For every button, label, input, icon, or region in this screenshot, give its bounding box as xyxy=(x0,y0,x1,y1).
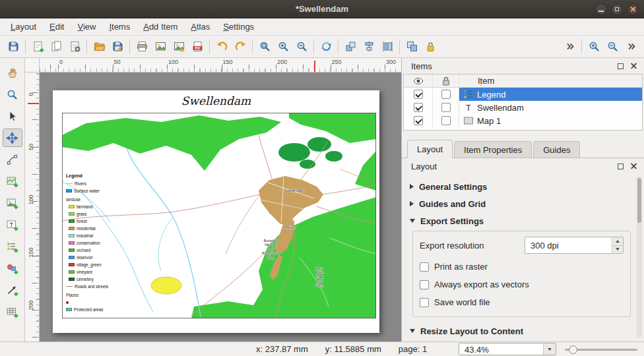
add-attribute-table-tool[interactable] xyxy=(3,303,22,321)
legend-entry: Surface water xyxy=(66,187,129,194)
menu-add-item[interactable]: Add Item xyxy=(137,20,184,34)
edit-nodes-item-tool[interactable] xyxy=(3,150,22,169)
print-layout-button[interactable] xyxy=(133,38,151,56)
spin-up-button[interactable] xyxy=(612,237,623,245)
visibility-checkbox[interactable] xyxy=(414,90,423,99)
item-row-swellendam[interactable]: TSwellendam xyxy=(404,101,642,114)
checkbox[interactable] xyxy=(420,262,429,272)
title-bar[interactable]: *Swellendam xyxy=(0,0,644,18)
layout-manager-button[interactable] xyxy=(65,38,84,56)
add-label-tool[interactable]: T xyxy=(3,216,22,234)
redo-button[interactable] xyxy=(231,38,249,56)
refresh-view-button[interactable] xyxy=(317,38,335,56)
add-picture-tool[interactable] xyxy=(3,194,22,212)
group-export-settings[interactable]: Export Settings xyxy=(410,212,632,229)
visibility-checkbox[interactable] xyxy=(414,103,423,112)
legend-swatch xyxy=(69,278,75,281)
lock-selected-items-button[interactable] xyxy=(421,38,439,56)
menu-view[interactable]: View xyxy=(71,20,102,34)
spin-down-button[interactable] xyxy=(612,245,623,254)
add-shape-tool[interactable] xyxy=(3,259,22,278)
visibility-checkbox[interactable] xyxy=(414,116,423,125)
menu-items[interactable]: Items xyxy=(102,20,137,34)
zoom-out-button[interactable] xyxy=(292,38,311,56)
close-panel-button[interactable] xyxy=(629,61,639,71)
export-as-svg-button[interactable] xyxy=(170,38,188,56)
legend-item[interactable]: Legend RiversSurface waterlandusefarmlan… xyxy=(66,173,129,313)
zoom-slider[interactable] xyxy=(565,342,637,356)
spin-buttons xyxy=(612,237,623,253)
close-button[interactable] xyxy=(627,3,639,15)
highlight-ellipse-item[interactable] xyxy=(151,277,181,294)
items-tree[interactable]: Item LegendTSwellendamMap 1 xyxy=(403,74,643,131)
lock-checkbox[interactable] xyxy=(441,90,451,99)
menu-layout[interactable]: Layout xyxy=(4,20,43,34)
zoom-toolbar-overflow-button[interactable] xyxy=(622,38,640,56)
checkbox[interactable] xyxy=(420,280,429,289)
move-content-icon xyxy=(6,132,18,144)
zoom-layout-tool[interactable] xyxy=(3,85,22,104)
new-layout-button[interactable] xyxy=(28,38,47,56)
panel-scrollbar-thumb[interactable] xyxy=(637,178,641,223)
align-selected-items-button[interactable] xyxy=(360,38,378,56)
map-title-label-item[interactable]: Swellendam xyxy=(53,94,379,107)
toolbar-overflow-button[interactable] xyxy=(560,38,579,56)
distribute-selected-items-button[interactable] xyxy=(378,38,397,56)
pan-layout-tool[interactable] xyxy=(3,63,22,82)
save-project-button[interactable] xyxy=(4,38,22,56)
float-panel-button[interactable] xyxy=(616,162,626,171)
minimize-button[interactable] xyxy=(595,3,607,15)
ruler-number: 150 xyxy=(223,59,233,65)
item-name-cell: Map 1 xyxy=(459,114,642,127)
legend-entry: landuse xyxy=(66,196,129,203)
select-move-item-tool[interactable] xyxy=(3,107,22,125)
add-legend-tool[interactable] xyxy=(3,237,22,256)
panel-scrollbar[interactable] xyxy=(637,177,642,338)
zoom-full-button[interactable] xyxy=(255,38,274,56)
checkbox[interactable] xyxy=(420,298,429,307)
menu-settings[interactable]: Settings xyxy=(216,20,261,34)
legend-entry-label: Protected areas xyxy=(74,307,103,312)
group-general-settings[interactable]: General Settings xyxy=(410,178,632,195)
checkbox-label: Save world file xyxy=(434,297,490,307)
tab-item-properties[interactable]: Item Properties xyxy=(454,141,532,158)
move-item-content-tool[interactable] xyxy=(3,129,22,147)
float-panel-button[interactable] xyxy=(616,61,626,71)
lock-checkbox[interactable] xyxy=(441,116,451,125)
toolbar-zoom-in-button[interactable] xyxy=(585,38,603,56)
export-resolution-spinbox[interactable]: 300 dpi xyxy=(525,237,624,254)
tab-guides[interactable]: Guides xyxy=(533,141,580,158)
item-row-legend[interactable]: Legend xyxy=(404,88,642,101)
lock-checkbox[interactable] xyxy=(441,103,451,112)
raise-selected-items-button[interactable] xyxy=(341,38,360,56)
close-panel-button[interactable] xyxy=(629,162,639,171)
group-items-button[interactable] xyxy=(402,38,421,56)
load-from-template-button[interactable] xyxy=(90,38,108,56)
export-as-pdf-button[interactable]: PDF xyxy=(188,38,207,56)
add-map-tool[interactable] xyxy=(3,172,22,191)
toolbar-zoom-out-button[interactable] xyxy=(603,38,622,56)
maximize-button[interactable] xyxy=(611,3,623,15)
layout-page[interactable]: Swellendam xyxy=(53,90,379,333)
menu-atlas[interactable]: Atlas xyxy=(184,20,216,34)
duplicate-layout-button[interactable] xyxy=(47,38,65,56)
zoom-slider-handle[interactable] xyxy=(569,345,577,354)
save-as-template-button[interactable] xyxy=(108,38,127,56)
add-arrow-tool[interactable] xyxy=(3,281,22,299)
legend-entry: village_green xyxy=(66,261,129,268)
group-resize-layout-to-content[interactable]: Resize Layout to Content xyxy=(410,322,632,340)
group-guides-and-grid[interactable]: Guides and Grid xyxy=(410,195,632,212)
export-as-image-button[interactable] xyxy=(151,38,170,56)
zoom-in-icon xyxy=(277,40,290,53)
label-item-icon: T xyxy=(463,102,474,113)
undo-button[interactable] xyxy=(212,38,231,56)
layout-canvas[interactable]: Swellendam xyxy=(40,73,401,341)
menu-edit[interactable]: Edit xyxy=(43,20,71,34)
tab-layout[interactable]: Layout xyxy=(407,140,453,158)
zoom-level-combobox[interactable]: 43.4% xyxy=(459,343,556,355)
page-new-icon xyxy=(32,40,44,53)
zoom-in-button[interactable] xyxy=(274,38,292,56)
map-item[interactable]: Swellendam Railton BontebokNationalParkR… xyxy=(62,113,376,318)
zoom-dropdown-button[interactable] xyxy=(543,343,556,355)
item-row-map-1[interactable]: Map 1 xyxy=(404,114,642,127)
